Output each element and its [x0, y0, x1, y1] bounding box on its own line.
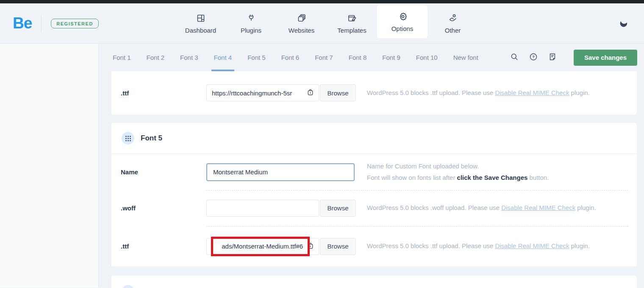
- trash-icon: [306, 242, 314, 251]
- font-name-input[interactable]: [206, 163, 355, 181]
- disable-mime-check-link[interactable]: Disable Real MIME Check: [495, 242, 569, 249]
- nav-item-label: Other: [445, 27, 461, 34]
- helper-text: WordPress 5.0 blocks .ttf upload. Please…: [367, 242, 495, 249]
- font-tabs: Font 1 Font 2 Font 3 Font 4 Font 5 Font …: [113, 44, 478, 71]
- clear-field-button[interactable]: [306, 88, 314, 98]
- font5-name-control: [206, 163, 367, 181]
- helper-text: WordPress 5.0 blocks .ttf upload. Please…: [367, 89, 495, 96]
- main-nav: Dashboard Plugins Websites: [175, 3, 478, 43]
- helper-text: plugin.: [575, 204, 596, 211]
- font5-ttf-input[interactable]: ads/Montserrat-Medium.ttf#6: [206, 238, 319, 255]
- font5-ttf-row: .ttf ads/Montserrat-Medium.ttf#6: [111, 226, 637, 266]
- tabbar-actions: ? Save changes: [510, 50, 637, 66]
- font4-ttf-input[interactable]: https://rttcoachingmunch-5sr: [206, 84, 319, 101]
- font4-card: .ttf https://rttcoachingmunch-5sr: [111, 71, 637, 115]
- wp-admin-bar: [0, 0, 644, 3]
- disable-mime-check-link[interactable]: Disable Real MIME Check: [495, 89, 569, 96]
- betheme-logo[interactable]: Be: [13, 14, 32, 32]
- helper-text: plugin.: [569, 89, 589, 96]
- tab-font-1[interactable]: Font 1: [113, 44, 131, 71]
- changelog-button[interactable]: [548, 53, 557, 62]
- template-edit-icon: [347, 13, 357, 23]
- dark-mode-toggle[interactable]: [619, 19, 629, 30]
- field-label-ttf: .ttf: [121, 243, 206, 250]
- tab-new-font[interactable]: New font: [453, 44, 478, 71]
- page-layout: Font 1 Font 2 Font 3 Font 4 Font 5 Font …: [0, 44, 644, 288]
- nav-item-label: Templates: [337, 27, 366, 34]
- nav-item-other[interactable]: Other: [427, 3, 478, 43]
- logo-divider: [41, 15, 42, 32]
- font5-card: Font 5 Name Name for Custom Font uploade…: [111, 123, 637, 266]
- font4-ttf-control: https://rttcoachingmunch-5sr: [206, 84, 367, 101]
- nav-item-websites[interactable]: Websites: [276, 3, 327, 43]
- gear-icon: [397, 11, 408, 22]
- help-button[interactable]: ?: [529, 53, 538, 62]
- helper-line1: Name for Custom Font uploaded below.: [367, 162, 479, 170]
- browse-button[interactable]: Browse: [320, 238, 356, 255]
- helper-line2: Font will show on fonts list after click…: [367, 174, 549, 181]
- field-helper-text: Name for Custom Font uploaded below. Fon…: [367, 161, 637, 183]
- tab-font-10[interactable]: Font 10: [416, 44, 438, 71]
- tab-font-9[interactable]: Font 9: [382, 44, 400, 71]
- nav-item-templates[interactable]: Templates: [327, 3, 377, 43]
- tab-font-3[interactable]: Font 3: [180, 44, 198, 71]
- field-helper-text: WordPress 5.0 blocks .woff upload. Pleas…: [367, 202, 637, 213]
- plug-icon: [246, 13, 256, 23]
- tab-font-6[interactable]: Font 6: [281, 44, 300, 71]
- main-panel: Font 1 Font 2 Font 3 Font 4 Font 5 Font …: [99, 44, 644, 288]
- options-content: .ttf https://rttcoachingmunch-5sr: [111, 71, 637, 288]
- tab-font-5[interactable]: Font 5: [247, 44, 266, 71]
- nav-item-dashboard[interactable]: Dashboard: [175, 3, 226, 43]
- font5-ttf-control: ads/Montserrat-Medium.ttf#6: [206, 238, 367, 255]
- font6-card: Font 6: [111, 276, 637, 288]
- nav-item-label: Websites: [289, 27, 314, 34]
- nav-item-label: Plugins: [241, 27, 261, 34]
- nav-item-options[interactable]: Options: [377, 5, 427, 38]
- note-icon: [548, 53, 557, 62]
- helper-text: WordPress 5.0 blocks .woff upload. Pleas…: [367, 204, 501, 211]
- field-helper-text: WordPress 5.0 blocks .ttf upload. Please…: [367, 87, 637, 98]
- field-helper-text: WordPress 5.0 blocks .ttf upload. Please…: [367, 240, 637, 252]
- save-changes-button[interactable]: Save changes: [574, 50, 637, 66]
- layers-icon: [297, 13, 307, 23]
- helper-bold-text: click the Save Changes: [457, 174, 528, 181]
- helper-text: plugin.: [569, 242, 589, 249]
- registered-badge: REGISTERED: [51, 19, 99, 28]
- hand-person-icon: [448, 13, 458, 23]
- helper-text: button.: [527, 174, 549, 181]
- woff-url-input[interactable]: [206, 200, 319, 217]
- tab-font-2[interactable]: Font 2: [147, 44, 165, 71]
- tab-font-8[interactable]: Font 8: [349, 44, 367, 71]
- browse-button[interactable]: Browse: [320, 200, 356, 217]
- font5-card-header: Font 5: [111, 123, 637, 154]
- nav-item-label: Dashboard: [185, 27, 216, 34]
- drag-handle[interactable]: [122, 285, 134, 288]
- browse-button[interactable]: Browse: [320, 84, 356, 101]
- font-tabbar: Font 1 Font 2 Font 3 Font 4 Font 5 Font …: [99, 44, 644, 71]
- drag-dots-icon: [125, 136, 131, 141]
- field-label-woff: .woff: [121, 204, 206, 212]
- font5-woff-row: .woff Browse WordPress 5.0 blocks .woff …: [111, 190, 637, 226]
- font6-card-header: Font 6: [111, 276, 637, 288]
- field-label-name: Name: [121, 168, 206, 176]
- left-sidebar: [0, 44, 99, 288]
- drag-handle[interactable]: [122, 132, 134, 145]
- nav-item-plugins[interactable]: Plugins: [226, 3, 276, 43]
- helper-text: Font will show on fonts list after: [367, 174, 457, 181]
- search-icon: [510, 53, 519, 62]
- disable-mime-check-link[interactable]: Disable Real MIME Check: [501, 204, 575, 211]
- font5-name-row: Name Name for Custom Font uploaded below…: [111, 154, 637, 190]
- nav-item-label: Options: [391, 25, 414, 32]
- field-label-ttf: .ttf: [121, 89, 206, 97]
- font5-woff-control: Browse: [206, 200, 367, 217]
- font4-ttf-row: .ttf https://rttcoachingmunch-5sr: [111, 71, 637, 115]
- question-icon: ?: [529, 53, 538, 62]
- dashboard-icon: [196, 13, 206, 23]
- moon-icon: [619, 24, 629, 30]
- svg-text:?: ?: [532, 55, 535, 59]
- search-button[interactable]: [510, 53, 519, 62]
- clear-field-button[interactable]: [306, 242, 314, 251]
- tab-font-4[interactable]: Font 4: [214, 44, 232, 71]
- tab-font-7[interactable]: Font 7: [315, 44, 333, 71]
- font5-card-title: Font 5: [141, 134, 162, 143]
